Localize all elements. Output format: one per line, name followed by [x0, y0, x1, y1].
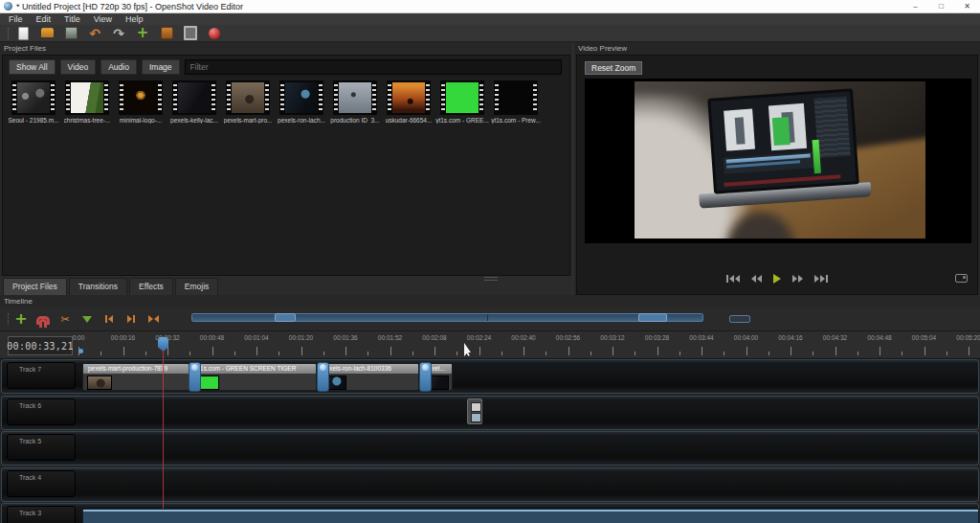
project-files-panel: Project Files Show AllVideoAudioImage Se… [0, 42, 572, 276]
transition[interactable] [189, 362, 201, 392]
timeline-toolbar-grip[interactable] [8, 313, 10, 325]
clip-yt1s-com-green-screen-tiger[interactable]: yt1s.com - GREEN SCREEN TIGER [189, 363, 317, 391]
clip-pexels-ron-lach-8100336[interactable]: pexels-ron-lach-8100336 [317, 363, 419, 391]
file-item-pexels-kelly-lac[interactable]: pexels-kelly-lac... [167, 80, 221, 124]
mini-clip[interactable] [467, 398, 482, 424]
minimize-button[interactable]: – [902, 0, 928, 12]
center-playhead-icon[interactable] [146, 311, 160, 327]
menu-title[interactable]: Title [57, 13, 87, 25]
reset-zoom-button[interactable]: Reset Zoom [585, 61, 642, 75]
clip-thumbnail [87, 375, 112, 390]
transport-controls [577, 273, 977, 284]
external-monitor-icon[interactable] [955, 274, 968, 283]
file-item-production-id-3[interactable]: production ID_3... [328, 80, 382, 124]
file-item-uskudar-66654[interactable]: uskudar-66654... [382, 80, 435, 124]
rewind-button[interactable] [749, 273, 764, 284]
choose-profile-icon[interactable] [160, 27, 173, 40]
filter-audio[interactable]: Audio [100, 59, 137, 75]
file-name: yt1s.com - Prew... [491, 117, 541, 124]
timeline-ruler[interactable]: 00:00:33,21 0:0000:00:1600:00:3200:00:48… [0, 330, 980, 359]
ruler-label: 00:04:48 [867, 334, 891, 341]
tab-project-files[interactable]: Project Files [3, 278, 67, 295]
project-files-panel-title: Project Files [0, 42, 572, 55]
file-name: pexels-kelly-lac... [170, 117, 218, 124]
file-item-pexels-mart-pro[interactable]: pexels-mart-pro... [221, 80, 275, 124]
save-project-icon[interactable] [64, 27, 78, 40]
track-lane-track-4[interactable]: Track 4 [1, 467, 979, 502]
file-item-minimal-logo[interactable]: minimal-logo-... [114, 80, 167, 124]
ruler-label: 00:01:04 [244, 334, 268, 341]
file-thumbnail [65, 80, 109, 115]
file-item-seoul-21985-m[interactable]: Seoul - 21985.m... [7, 80, 60, 124]
file-item-christmas-tree[interactable]: christmas-tree-... [60, 80, 114, 124]
video-letterbox [585, 79, 971, 243]
toolbar-grip[interactable] [8, 28, 10, 39]
open-project-icon[interactable] [40, 27, 54, 40]
export-video-icon[interactable] [208, 27, 221, 40]
file-thumbnail [440, 80, 484, 115]
openshot-logo-icon [4, 2, 12, 11]
undo-icon[interactable]: ↶ [88, 27, 101, 40]
preview-laptop-screen [707, 88, 859, 193]
timeline-marker[interactable] [78, 349, 83, 353]
razor-icon[interactable]: ✂ [58, 311, 72, 327]
splitter-handle[interactable] [484, 277, 498, 281]
track-lane-track-7[interactable]: Track 7pexels-mart-production-7879yt1s.c… [1, 359, 979, 394]
track3-clip[interactable] [82, 509, 979, 523]
fullscreen-icon[interactable] [184, 27, 197, 40]
filter-image[interactable]: Image [142, 59, 180, 75]
zoom-slider-thumb[interactable] [729, 315, 750, 323]
next-marker-icon[interactable] [124, 311, 138, 327]
tab-effects[interactable]: Effects [129, 278, 173, 295]
file-thumbnail [226, 80, 270, 115]
preview-video[interactable] [635, 81, 925, 239]
file-item-yt1s-com-gree[interactable]: yt1s.com - GREE... [435, 80, 489, 124]
track-lane-track-3[interactable]: Track 3 [1, 503, 979, 523]
file-item-pexels-ron-lach[interactable]: pexels-ron-lach... [275, 80, 328, 124]
ruler-label: 00:02:24 [467, 334, 491, 341]
new-project-icon[interactable] [16, 27, 30, 40]
track-lane-track-6[interactable]: Track 6 [1, 396, 979, 430]
file-thumbnail [279, 80, 323, 115]
file-thumbnail [333, 80, 377, 115]
import-files-icon[interactable]: + [136, 27, 149, 40]
add-marker-icon[interactable] [80, 311, 94, 327]
transition[interactable] [419, 362, 432, 392]
zoom-slider-handle[interactable] [275, 313, 296, 322]
timeline-zoom-slider[interactable] [191, 313, 703, 322]
transition[interactable] [317, 362, 329, 392]
snapping-icon[interactable] [36, 316, 50, 325]
menu-edit[interactable]: Edit [30, 13, 58, 25]
redo-icon[interactable]: ↷ [112, 27, 125, 40]
filter-input[interactable] [185, 59, 562, 75]
maximize-button[interactable]: □ [928, 0, 954, 12]
add-track-icon[interactable]: + [14, 311, 28, 327]
file-name: Seoul - 21985.m... [8, 117, 58, 124]
jump-end-button[interactable] [813, 273, 830, 284]
clip-title: pexels-ron-lach-8100336 [318, 364, 418, 374]
ruler-label: 00:05:20 [956, 334, 980, 341]
timeline-panel: Timeline [0, 295, 980, 307]
vertical-splitter[interactable] [572, 42, 574, 295]
fast-forward-button[interactable] [791, 273, 805, 284]
play-button[interactable] [771, 273, 783, 284]
openshot-window: * Untitled Project [HD 720p 30 fps] - Op… [0, 0, 980, 523]
window-title: * Untitled Project [HD 720p 30 fps] - Op… [16, 2, 243, 11]
menu-view[interactable]: View [87, 13, 119, 25]
ruler-label: 00:02:40 [511, 334, 535, 341]
filter-show-all[interactable]: Show All [9, 59, 56, 75]
filter-video[interactable]: Video [60, 59, 97, 75]
ruler-label: 00:04:16 [778, 334, 802, 341]
previous-marker-icon[interactable] [102, 311, 116, 327]
file-name: pexels-ron-lach... [278, 117, 325, 124]
close-button[interactable]: ✕ [954, 0, 980, 12]
clip-pexels-mart-production-7879[interactable]: pexels-mart-production-7879 [82, 363, 189, 391]
file-thumbnail [387, 80, 431, 115]
jump-start-button[interactable] [724, 273, 742, 284]
tab-emojis[interactable]: Emojis [175, 278, 219, 295]
menu-file[interactable]: File [2, 13, 30, 25]
track-lane-track-5[interactable]: Track 5 [1, 431, 979, 466]
file-item-yt1s-com-prew[interactable]: yt1s.com - Prew... [489, 80, 543, 124]
zoom-slider-handle[interactable] [638, 313, 667, 322]
tab-transitions[interactable]: Transitions [69, 278, 127, 295]
